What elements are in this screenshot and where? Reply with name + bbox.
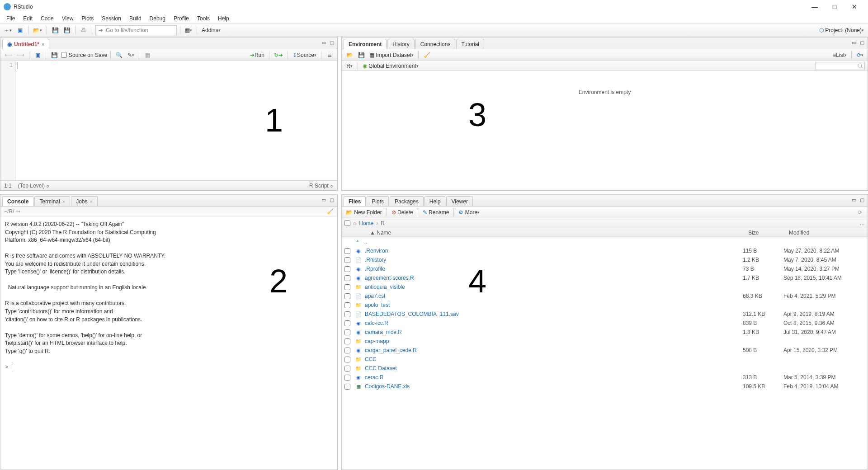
tab-files[interactable]: Files [344, 196, 366, 206]
file-name[interactable]: cap-mapp [365, 338, 743, 344]
file-name[interactable]: apolo_test [365, 302, 743, 308]
file-checkbox[interactable] [344, 311, 350, 317]
project-menu[interactable]: ⬡ Project: (None) ▾ [818, 25, 865, 35]
env-search-input[interactable] [815, 62, 865, 70]
col-modified[interactable]: Modified [786, 230, 868, 236]
tab-help[interactable]: Help [425, 196, 446, 206]
tab-jobs[interactable]: Jobs × [71, 196, 98, 206]
file-row[interactable]: 📄.Rhistory1.2 KBMay 7, 2020, 8:45 AM [342, 255, 868, 264]
file-checkbox[interactable] [344, 248, 350, 254]
crumb-home[interactable]: Home [359, 220, 373, 226]
tab-terminal[interactable]: Terminal × [34, 196, 70, 206]
file-name[interactable]: Codigos-DANE.xls [365, 383, 743, 390]
file-row[interactable]: 📄BASEDEDATOS_COLOMBIA_111.sav312.1 KBApr… [342, 310, 868, 319]
maximize-pane-icon[interactable]: ▢ [328, 39, 335, 46]
file-row[interactable]: 📄apa7.csl68.3 KBFeb 4, 2021, 5:29 PM [342, 291, 868, 301]
source-editor[interactable]: 1 1 [0, 61, 337, 180]
save-source-button[interactable]: 💾 [49, 50, 59, 60]
save-button[interactable]: 💾 [50, 25, 60, 35]
tab-environment[interactable]: Environment [344, 39, 387, 49]
rerun-button[interactable]: ↻➔ [273, 50, 284, 60]
tab-tutorial[interactable]: Tutorial [456, 39, 484, 49]
import-dataset-button[interactable]: ▦ Import Dataset ▾ [368, 50, 415, 60]
code-tools-button[interactable]: ✎▾ [126, 50, 136, 60]
file-name[interactable]: cerac.R [365, 374, 743, 381]
save-workspace-button[interactable]: 💾 [356, 50, 366, 60]
minimize-pane-icon[interactable]: ▭ [850, 39, 858, 46]
file-checkbox[interactable] [344, 257, 350, 263]
browse-dir-icon[interactable]: ⤳ [16, 208, 20, 215]
menu-tools[interactable]: Tools [193, 14, 213, 23]
tab-console[interactable]: Console [2, 196, 33, 206]
file-row[interactable]: ◉cerac.R313 BMar 5, 2014, 3:39 PM [342, 373, 868, 382]
source-script-button[interactable]: ↧Source ▾ [291, 50, 318, 60]
file-row[interactable]: ◉calc-icc.R839 BOct 8, 2015, 9:36 AM [342, 319, 868, 328]
menu-file[interactable]: File [3, 14, 19, 23]
minimize-pane-icon[interactable]: ▭ [320, 197, 327, 203]
file-row[interactable]: ◉camara_moe.R1.8 KBJul 31, 2020, 9:47 AM [342, 328, 868, 337]
col-size[interactable]: Size [745, 230, 786, 236]
file-name[interactable]: cargar_panel_cede.R [365, 347, 743, 353]
file-checkbox[interactable] [344, 329, 350, 335]
crumb-r[interactable]: R [381, 220, 385, 226]
back-button[interactable]: ⟸ [3, 50, 14, 60]
file-row[interactable]: ▦Codigos-DANE.xls109.5 KBFeb 4, 2019, 10… [342, 382, 868, 391]
minimize-pane-icon[interactable]: ▭ [320, 39, 327, 46]
menu-profile[interactable]: Profile [170, 14, 193, 23]
window-maximize-button[interactable]: □ [825, 0, 844, 13]
more-button[interactable]: ⚙ More ▾ [457, 207, 481, 217]
file-checkbox[interactable] [344, 384, 350, 390]
source-on-save-checkbox[interactable]: Source on Save [61, 52, 107, 58]
tab-viewer[interactable]: Viewer [446, 196, 472, 206]
file-checkbox[interactable] [344, 320, 350, 326]
source-tab[interactable]: ◉ Untitled1* × [2, 39, 49, 49]
clear-workspace-button[interactable]: 🧹 [422, 50, 432, 60]
home-icon[interactable]: ⌂ [353, 220, 356, 226]
grid-view-button[interactable]: ▦▾ [184, 25, 193, 35]
menu-edit[interactable]: Edit [19, 14, 36, 23]
file-name[interactable]: calc-icc.R [365, 320, 743, 326]
clear-console-icon[interactable]: 🧹 [327, 208, 334, 215]
file-row[interactable]: 📁CCC Dataset [342, 364, 868, 373]
file-checkbox[interactable] [344, 357, 350, 362]
addins-button[interactable]: Addins ▾ [200, 25, 222, 35]
window-close-button[interactable]: ✕ [844, 0, 864, 13]
file-checkbox[interactable] [344, 338, 350, 344]
tab-plots[interactable]: Plots [367, 196, 389, 206]
load-workspace-button[interactable]: 📂 [344, 50, 354, 60]
goto-file-input[interactable]: ➜ Go to file/function [95, 25, 177, 35]
file-checkbox[interactable] [344, 375, 350, 381]
file-name[interactable]: .Rprofile [365, 266, 743, 272]
menu-help[interactable]: Help [214, 14, 233, 23]
scope-selector[interactable]: (Top Level) ≎ [18, 183, 50, 189]
env-scope-selector[interactable]: ◉ Global Environment ▾ [361, 61, 420, 71]
file-type-selector[interactable]: R Script ≎ [309, 183, 334, 189]
file-checkbox[interactable] [344, 275, 350, 281]
file-name[interactable]: BASEDEDATOS_COLOMBIA_111.sav [365, 311, 743, 317]
menu-build[interactable]: Build [126, 14, 145, 23]
find-button[interactable]: 🔍 [114, 50, 124, 60]
rename-button[interactable]: ✎ Rename [421, 207, 451, 217]
show-in-new-window-button[interactable]: ▣ [33, 50, 42, 60]
save-all-button[interactable]: 💾 [62, 25, 72, 35]
file-row[interactable]: 📁cap-mapp [342, 337, 868, 346]
file-checkbox[interactable] [344, 348, 350, 353]
new-file-button[interactable]: ＋▾ [3, 25, 13, 35]
open-file-button[interactable]: 📂▾ [32, 25, 43, 35]
forward-button[interactable]: ⟹ [15, 50, 26, 60]
menu-view[interactable]: View [58, 14, 77, 23]
col-name[interactable]: ▲ Name [360, 230, 745, 236]
menu-plots[interactable]: Plots [78, 14, 98, 23]
file-checkbox[interactable] [344, 293, 350, 299]
select-all-checkbox[interactable] [344, 220, 350, 226]
maximize-pane-icon[interactable]: ▢ [859, 39, 866, 46]
delete-button[interactable]: ⊘ Delete [390, 207, 415, 217]
tab-history[interactable]: History [387, 39, 414, 49]
file-row[interactable]: ⬑.. [342, 237, 868, 246]
menu-debug[interactable]: Debug [146, 14, 169, 23]
run-button[interactable]: ➔Run [249, 50, 266, 60]
file-name[interactable]: apa7.csl [365, 293, 743, 299]
file-checkbox[interactable] [344, 284, 350, 290]
file-name[interactable]: .Rhistory [365, 257, 743, 263]
file-name[interactable]: CCC [365, 356, 743, 362]
